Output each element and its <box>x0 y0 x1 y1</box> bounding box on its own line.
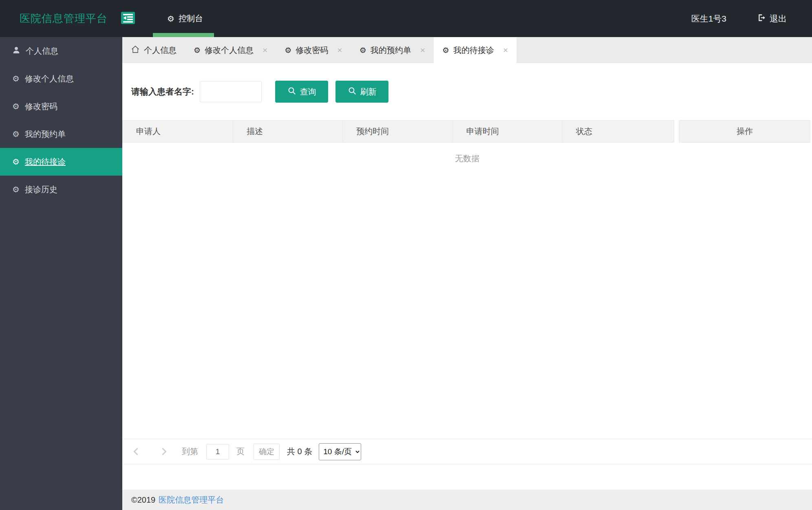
search-row: 请输入患者名字: 查询 刷新 <box>122 63 812 120</box>
tab-label: 个人信息 <box>144 45 177 56</box>
patient-name-input[interactable] <box>200 81 262 102</box>
gear-icon: ⚙ <box>12 157 20 167</box>
active-nav-indicator <box>153 33 214 37</box>
nav-console-label: 控制台 <box>179 13 203 24</box>
sidebar-item-personal-info[interactable]: 个人信息 <box>0 37 122 65</box>
gear-icon: ⚙ <box>12 74 20 84</box>
column-header-apply-time: 申请时间 <box>452 120 563 143</box>
tab-bar: 个人信息 ⚙ 修改个人信息 × ⚙ 修改密码 × ⚙ 我的预约单 × ⚙ 我的待… <box>122 37 812 63</box>
page-unit-label: 页 <box>236 446 245 457</box>
gear-icon: ⚙ <box>442 46 449 55</box>
gear-icon: ⚙ <box>360 46 366 55</box>
search-label: 请输入患者名字: <box>131 86 194 97</box>
topbar: 医院信息管理平台 ⚙ 控制台 医生1号3 <box>0 0 812 37</box>
refresh-button[interactable]: 刷新 <box>335 81 388 103</box>
app-logo: 医院信息管理平台 <box>20 0 108 37</box>
topbar-right: 医生1号3 退出 <box>691 0 787 37</box>
chevron-left-icon[interactable] <box>133 448 141 455</box>
current-user[interactable]: 医生1号3 <box>691 13 726 24</box>
nav-console[interactable]: ⚙ 控制台 <box>161 0 209 37</box>
close-icon[interactable]: × <box>337 45 342 55</box>
query-button-label: 查询 <box>300 86 316 97</box>
column-header-actions: 操作 <box>679 120 810 143</box>
tab-label: 修改个人信息 <box>205 45 254 56</box>
logout-icon <box>757 13 766 24</box>
page-footer: ©2019 医院信息管理平台 <box>122 490 812 510</box>
tab-change-password[interactable]: ⚙ 修改密码 × <box>276 37 351 63</box>
sidebar-collapse-button[interactable] <box>121 12 135 24</box>
column-header-applicant: 申请人 <box>122 120 233 143</box>
sidebar-item-my-appointments[interactable]: ⚙ 我的预约单 <box>0 120 122 148</box>
sidebar-item-visit-history[interactable]: ⚙ 接诊历史 <box>0 176 122 203</box>
tab-label: 我的待接诊 <box>453 45 494 56</box>
gear-icon: ⚙ <box>12 129 20 139</box>
tab-label: 修改密码 <box>296 45 328 56</box>
tab-personal-info[interactable]: 个人信息 <box>122 37 185 63</box>
page-size-select[interactable]: 10 条/页 <box>319 443 361 460</box>
main-content: 个人信息 ⚙ 修改个人信息 × ⚙ 修改密码 × ⚙ 我的预约单 × ⚙ 我的待… <box>122 37 812 510</box>
refresh-button-label: 刷新 <box>360 86 377 97</box>
copyright-text: ©2019 <box>131 495 155 505</box>
search-icon <box>348 86 357 97</box>
gear-icon: ⚙ <box>12 185 20 194</box>
sidebar: 个人信息 ⚙ 修改个人信息 ⚙ 修改密码 ⚙ 我的预约单 ⚙ 我的待接诊 ⚙ 接… <box>0 37 122 510</box>
close-icon[interactable]: × <box>503 45 508 55</box>
query-button[interactable]: 查询 <box>275 81 328 103</box>
sidebar-item-change-password[interactable]: ⚙ 修改密码 <box>0 92 122 120</box>
sidebar-item-label: 修改个人信息 <box>25 73 74 84</box>
page-number-input[interactable] <box>206 444 229 459</box>
user-icon <box>12 46 20 56</box>
footer-platform-link[interactable]: 医院信息管理平台 <box>159 495 224 506</box>
home-icon <box>131 45 140 56</box>
sidebar-item-label: 个人信息 <box>26 46 58 57</box>
column-header-status: 状态 <box>562 120 674 143</box>
sidebar-item-label: 我的待接诊 <box>25 156 66 167</box>
tab-label: 我的预约单 <box>371 45 411 56</box>
pagination-bar: 到第 页 确定 共 0 条 10 条/页 <box>122 439 812 464</box>
column-header-description: 描述 <box>233 120 343 143</box>
goto-page-label: 到第 <box>182 446 198 457</box>
close-icon[interactable]: × <box>420 45 425 55</box>
sidebar-item-label: 修改密码 <box>25 101 57 112</box>
logout-button[interactable]: 退出 <box>757 13 787 24</box>
sidebar-item-label: 我的预约单 <box>25 129 66 140</box>
tab-my-appointments[interactable]: ⚙ 我的预约单 × <box>351 37 434 63</box>
gear-icon: ⚙ <box>285 46 291 55</box>
total-count-label: 共 0 条 <box>287 446 312 457</box>
tab-edit-personal-info[interactable]: ⚙ 修改个人信息 × <box>185 37 276 63</box>
sidebar-item-my-pending-visits[interactable]: ⚙ 我的待接诊 <box>0 148 122 176</box>
outdent-icon <box>121 18 135 25</box>
gear-icon: ⚙ <box>167 14 174 24</box>
sidebar-item-label: 接诊历史 <box>25 184 57 195</box>
sidebar-item-edit-personal-info[interactable]: ⚙ 修改个人信息 <box>0 65 122 92</box>
gear-icon: ⚙ <box>12 101 20 111</box>
search-icon <box>287 86 296 97</box>
empty-state-text: 无数据 <box>122 153 812 164</box>
tab-my-pending-visits[interactable]: ⚙ 我的待接诊 × <box>434 37 516 63</box>
column-header-appointment-time: 预约时间 <box>342 120 453 143</box>
fixed-column-gap <box>674 120 679 143</box>
confirm-page-button[interactable]: 确定 <box>254 444 280 460</box>
gear-icon: ⚙ <box>194 46 201 55</box>
chevron-right-icon[interactable] <box>159 448 166 455</box>
logout-label: 退出 <box>770 13 787 24</box>
close-icon[interactable]: × <box>263 45 267 55</box>
table-header: 申请人 描述 预约时间 申请时间 状态 操作 <box>122 120 812 143</box>
